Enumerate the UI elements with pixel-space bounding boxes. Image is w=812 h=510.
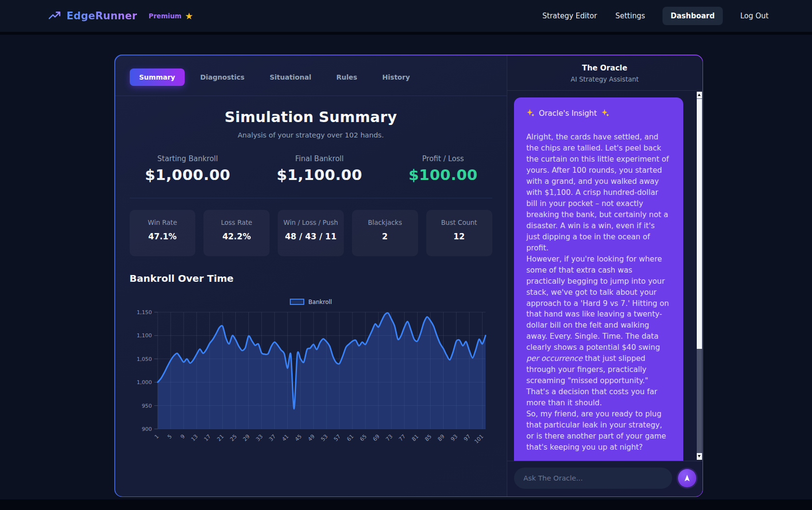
metric-final-bankroll: Final Bankroll$1,100.00 bbox=[277, 154, 362, 183]
svg-text:17: 17 bbox=[203, 433, 212, 442]
trend-up-icon bbox=[48, 10, 61, 22]
stat-label: Blackjacks bbox=[368, 218, 402, 228]
chart-title: Bankroll Over Time bbox=[130, 273, 492, 284]
tab-summary[interactable]: Summary bbox=[130, 69, 185, 86]
insight-paragraph: However, if you're looking for where som… bbox=[527, 254, 671, 409]
brand: EdgeRunner Premium ★ bbox=[48, 10, 193, 22]
metric-label: Final Bankroll bbox=[277, 154, 362, 163]
app-title: EdgeRunner bbox=[67, 10, 137, 22]
stat-card-win-loss-push: Win / Loss / Push48 / 43 / 11 bbox=[278, 210, 344, 256]
svg-text:41: 41 bbox=[281, 433, 290, 442]
oracle-input[interactable] bbox=[514, 468, 672, 489]
stat-value: 42.2% bbox=[222, 231, 251, 243]
legend-swatch bbox=[290, 299, 304, 305]
metric-value: $1,000.00 bbox=[145, 166, 230, 183]
metric-value: $1,100.00 bbox=[277, 166, 362, 183]
nav-item-strategy-editor[interactable]: Strategy Editor bbox=[541, 7, 598, 25]
main-card: SummaryDiagnosticsSituationalRulesHistor… bbox=[114, 55, 703, 497]
scrollbar[interactable] bbox=[697, 92, 702, 460]
svg-text:73: 73 bbox=[384, 433, 393, 442]
nav-item-dashboard[interactable]: Dashboard bbox=[663, 7, 723, 25]
metric-value: $100.00 bbox=[408, 166, 477, 183]
svg-text:1,050: 1,050 bbox=[136, 356, 152, 362]
stat-card-win-rate: Win Rate47.1% bbox=[130, 210, 196, 256]
metric-starting-bankroll: Starting Bankroll$1,000.00 bbox=[145, 154, 230, 183]
insight-paragraph: So, my friend, are you ready to plug tha… bbox=[527, 409, 671, 453]
svg-text:13: 13 bbox=[189, 433, 199, 442]
nav-items: Strategy EditorSettingsDashboardLog Out bbox=[541, 7, 770, 25]
svg-text:37: 37 bbox=[268, 433, 277, 442]
stat-card-blackjacks: Blackjacks2 bbox=[352, 210, 418, 256]
svg-text:1,000: 1,000 bbox=[136, 379, 152, 386]
svg-text:1,100: 1,100 bbox=[136, 332, 152, 339]
stat-value: 12 bbox=[453, 231, 465, 243]
stat-value: 47.1% bbox=[148, 231, 176, 243]
nav-item-log-out[interactable]: Log Out bbox=[739, 7, 770, 25]
nav-item-settings[interactable]: Settings bbox=[614, 7, 646, 25]
sparkles-icon bbox=[527, 109, 535, 117]
svg-text:9: 9 bbox=[179, 433, 186, 440]
stat-label: Bust Count bbox=[441, 218, 477, 228]
svg-text:1,150: 1,150 bbox=[136, 309, 152, 316]
sparkles-icon bbox=[601, 109, 609, 117]
scrollbar-thumb[interactable] bbox=[697, 99, 702, 349]
stats-row: Win Rate47.1%Loss Rate42.2%Win / Loss / … bbox=[115, 198, 507, 256]
premium-label: Premium bbox=[149, 12, 181, 20]
stat-card-bust-count: Bust Count12 bbox=[426, 210, 492, 256]
stat-label: Loss Rate bbox=[221, 218, 252, 228]
metric-label: Starting Bankroll bbox=[145, 154, 230, 163]
insight-paragraph: Alright, the cards have settled, and the… bbox=[527, 132, 671, 253]
insight-text: Alright, the cards have settled, and the… bbox=[527, 132, 671, 453]
stat-label: Win Rate bbox=[148, 218, 177, 228]
svg-text:85: 85 bbox=[423, 433, 433, 442]
svg-text:69: 69 bbox=[371, 433, 380, 442]
page-subtitle: Analysis of your strategy over 102 hands… bbox=[130, 131, 492, 139]
svg-text:25: 25 bbox=[229, 433, 238, 442]
bottom-strip bbox=[0, 499, 812, 510]
legend-label: Bankroll bbox=[309, 299, 332, 305]
tab-history[interactable]: History bbox=[373, 69, 420, 86]
tab-situational[interactable]: Situational bbox=[260, 69, 321, 86]
simulation-panel: SummaryDiagnosticsSituationalRulesHistor… bbox=[115, 55, 507, 496]
svg-text:5: 5 bbox=[166, 433, 173, 440]
scroll-up-arrow-icon[interactable] bbox=[697, 92, 702, 98]
tab-rules[interactable]: Rules bbox=[326, 69, 366, 86]
svg-text:65: 65 bbox=[358, 433, 367, 442]
svg-text:29: 29 bbox=[242, 433, 251, 442]
metric-profit-loss: Profit / Loss$100.00 bbox=[408, 154, 477, 183]
metrics-row: Starting Bankroll$1,000.00Final Bankroll… bbox=[115, 139, 507, 183]
oracle-messages: Oracle's Insight Alright, the cards have… bbox=[507, 91, 703, 461]
insight-header: Oracle's Insight bbox=[539, 108, 597, 119]
svg-text:57: 57 bbox=[333, 433, 342, 442]
svg-text:53: 53 bbox=[320, 433, 329, 442]
send-button[interactable] bbox=[678, 469, 696, 487]
page-title: Simulation Summary bbox=[130, 109, 492, 125]
oracle-insight-bubble: Oracle's Insight Alright, the cards have… bbox=[514, 97, 683, 461]
tab-diagnostics[interactable]: Diagnostics bbox=[190, 69, 254, 86]
svg-text:45: 45 bbox=[294, 433, 303, 442]
scroll-down-arrow-icon[interactable] bbox=[697, 453, 702, 460]
svg-text:33: 33 bbox=[255, 433, 264, 442]
svg-text:97: 97 bbox=[462, 433, 472, 442]
stat-value: 48 / 43 / 11 bbox=[285, 231, 337, 243]
chart-legend: Bankroll bbox=[130, 299, 492, 305]
svg-text:49: 49 bbox=[307, 433, 316, 442]
oracle-input-row bbox=[507, 461, 703, 496]
svg-text:81: 81 bbox=[410, 433, 420, 442]
star-icon: ★ bbox=[185, 12, 193, 21]
svg-text:61: 61 bbox=[345, 433, 354, 442]
send-arrow-icon bbox=[683, 474, 691, 482]
oracle-title: The Oracle bbox=[512, 64, 698, 72]
stat-card-loss-rate: Loss Rate42.2% bbox=[203, 210, 270, 256]
metric-label: Profit / Loss bbox=[408, 154, 477, 163]
svg-text:21: 21 bbox=[216, 433, 225, 442]
svg-text:900: 900 bbox=[142, 426, 152, 432]
premium-badge: Premium ★ bbox=[149, 12, 193, 21]
svg-text:77: 77 bbox=[397, 433, 406, 442]
top-navbar: EdgeRunner Premium ★ Strategy EditorSett… bbox=[0, 0, 812, 35]
svg-text:101: 101 bbox=[473, 433, 485, 444]
bankroll-chart: 9009501,0001,0501,1001,15015913172125293… bbox=[130, 306, 492, 454]
tabs-row: SummaryDiagnosticsSituationalRulesHistor… bbox=[115, 55, 507, 86]
svg-text:89: 89 bbox=[436, 433, 446, 442]
oracle-panel: The Oracle AI Strategy Assistant Oracle'… bbox=[507, 55, 703, 496]
